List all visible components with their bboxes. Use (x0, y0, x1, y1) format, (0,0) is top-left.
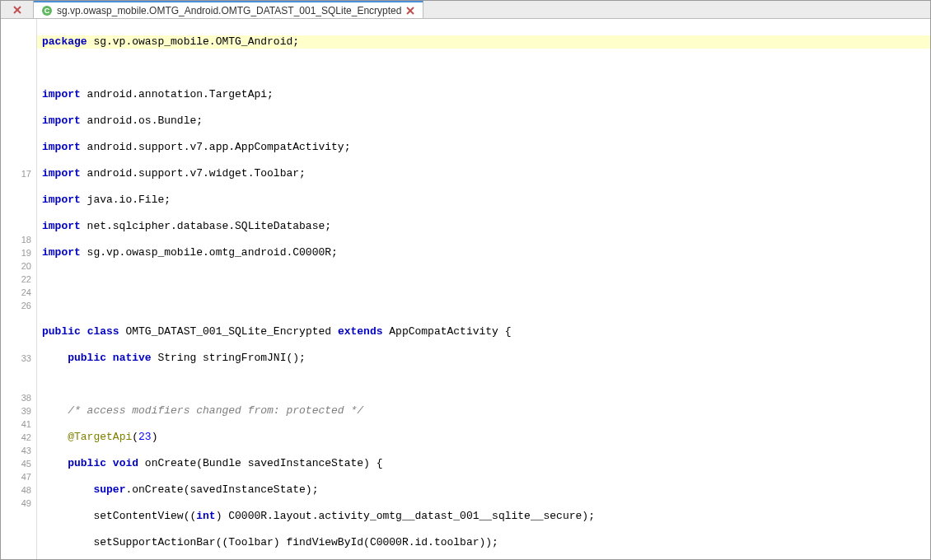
gutter-line: 22 (1, 273, 36, 286)
gutter-line (1, 22, 36, 35)
gutter-line: 39 (1, 404, 36, 418)
gutter-line: 41 (1, 418, 36, 431)
gutter-line: 33 (1, 352, 36, 365)
gutter-line (1, 510, 36, 523)
gutter-line (1, 523, 36, 536)
close-icon (13, 6, 21, 14)
close-left-button[interactable] (1, 1, 34, 18)
gutter-line (1, 194, 36, 207)
gutter-line (1, 325, 36, 338)
line-gutter: 1718192022242633383941424345474849 (1, 19, 37, 559)
editor-tab[interactable]: C sg.vp.owasp_mobile.OMTG_Android.OMTG_D… (34, 1, 423, 18)
editor-body: 1718192022242633383941424345474849 packa… (1, 19, 930, 559)
editor-frame: C sg.vp.owasp_mobile.OMTG_Android.OMTG_D… (0, 0, 931, 560)
gutter-line (1, 75, 36, 88)
gutter-line: 24 (1, 286, 36, 299)
gutter-line (1, 35, 36, 49)
gutter-line (1, 338, 36, 352)
tab-bar: C sg.vp.owasp_mobile.OMTG_Android.OMTG_D… (1, 1, 930, 19)
code-area[interactable]: package sg.vp.owasp_mobile.OMTG_Android;… (37, 19, 930, 559)
gutter-line: 20 (1, 259, 36, 273)
gutter-line (1, 141, 36, 154)
gutter-line (1, 128, 36, 141)
gutter-line: 42 (1, 431, 36, 444)
gutter-line: 26 (1, 299, 36, 312)
gutter-line (1, 101, 36, 114)
class-icon: C (42, 6, 52, 16)
gutter-line (1, 62, 36, 75)
gutter-line (1, 312, 36, 325)
gutter-line (1, 49, 36, 62)
gutter-line (1, 365, 36, 378)
gutter-line: 18 (1, 233, 36, 246)
gutter-line: 48 (1, 483, 36, 497)
close-tab-icon[interactable] (406, 7, 414, 15)
gutter-line: 17 (1, 167, 36, 180)
gutter-line (1, 180, 36, 194)
tab-title: sg.vp.owasp_mobile.OMTG_Android.OMTG_DAT… (57, 5, 401, 16)
gutter-line: 49 (1, 497, 36, 510)
gutter-line (1, 378, 36, 391)
gutter-line: 19 (1, 246, 36, 259)
gutter-line (1, 207, 36, 220)
gutter-line (1, 88, 36, 101)
gutter-line: 43 (1, 444, 36, 457)
gutter-line: 38 (1, 391, 36, 404)
gutter-line (1, 220, 36, 233)
gutter-line: 45 (1, 457, 36, 470)
gutter-line (1, 154, 36, 167)
gutter-line: 47 (1, 470, 36, 483)
gutter-line (1, 114, 36, 128)
